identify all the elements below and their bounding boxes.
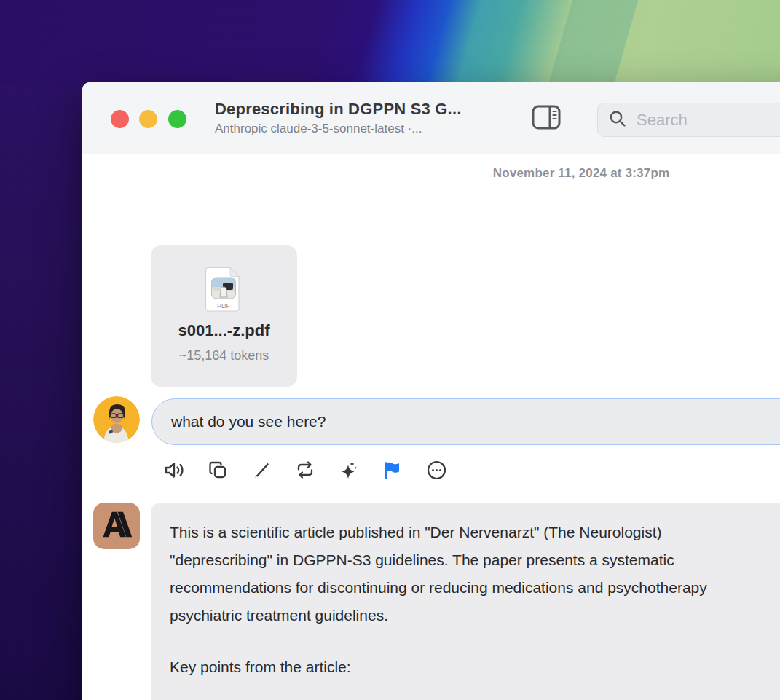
assistant-avatar [93,503,140,549]
anthropic-logo-icon [101,510,133,542]
user-message-bubble[interactable]: what do you see here? [151,398,780,445]
assistant-text-line: Key points from the article: [170,653,780,681]
pencil-icon [252,460,272,480]
window-title: Deprescribing in DGPPN S3 G... [215,100,462,119]
assistant-text-line: psychiatric treatment guidelines. [170,602,780,629]
pdf-file-icon: PDF [205,267,243,315]
window-titlebar: Deprescribing in DGPPN S3 G... Anthropic… [82,82,780,154]
desktop: Deprescribing in DGPPN S3 G... Anthropic… [0,0,780,700]
flag-button[interactable] [371,458,414,481]
attachment-token-count: ~15,164 tokens [151,348,297,363]
desktop-wallpaper-top [0,0,780,82]
close-button[interactable] [111,110,129,128]
pdf-label: PDF [217,302,231,310]
enhance-button[interactable] [327,458,371,481]
minimize-button[interactable] [139,110,157,128]
repeat-icon [295,460,315,480]
speak-button[interactable] [152,458,196,481]
edit-button[interactable] [240,458,283,481]
assistant-text-line: This is a scientific article published i… [170,519,780,546]
assistant-text-line: recommendations for discontinuing or red… [170,574,780,602]
copy-button[interactable] [196,458,240,481]
user-avatar [93,396,140,443]
date-header: November 11, 2024 at 3:37pm [82,166,780,181]
window-subtitle: Anthropic claude-3-5-sonnet-latest ·... [215,122,462,136]
sidebar-toggle-button[interactable] [529,104,563,133]
user-message-text: what do you see here? [171,413,326,430]
more-button[interactable] [414,458,458,481]
ellipsis-circle-icon [426,460,447,481]
sidebar-toggle-icon [532,105,561,133]
title-block: Deprescribing in DGPPN S3 G... Anthropic… [215,100,462,136]
copy-icon [208,460,228,480]
search-input[interactable] [637,111,780,130]
assistant-text-line: "deprescribing" in DGPPN-S3 guidelines. … [170,546,780,574]
regenerate-button[interactable] [283,458,327,481]
sparkles-icon [339,460,359,480]
message-actions-toolbar [152,458,458,481]
chat-app-window: Deprescribing in DGPPN S3 G... Anthropic… [82,82,780,700]
search-field[interactable] [597,103,780,137]
speaker-icon [164,460,185,480]
zoom-button[interactable] [168,110,186,128]
assistant-message-bubble[interactable]: This is a scientific article published i… [151,503,780,700]
attachment-filename: s001...-z.pdf [151,321,297,340]
search-icon [608,109,627,131]
attachment-card[interactable]: PDF s001...-z.pdf ~15,164 tokens [151,245,297,387]
flag-icon [383,460,402,480]
